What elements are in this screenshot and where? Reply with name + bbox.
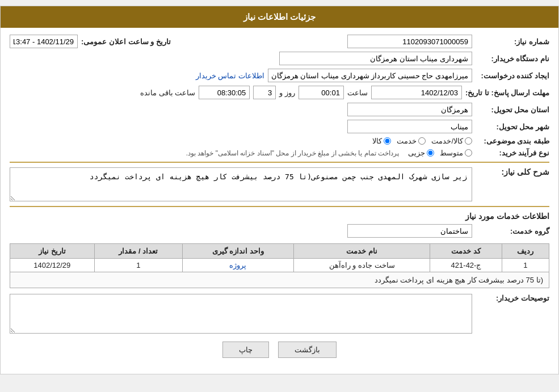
city-label: شهر محل تحویل: bbox=[476, 123, 549, 131]
divider-1 bbox=[10, 162, 549, 163]
deadline-label: مهلت ارسال پاسخ: تا تاریخ: bbox=[465, 88, 549, 97]
button-row: بازگشت چاپ bbox=[10, 342, 549, 367]
province-label: استان محل تحویل: bbox=[476, 106, 549, 114]
need-desc-row: شرح کلی نیاز: زیر سازی شهرک المهدی جنب چ… bbox=[10, 167, 549, 201]
purchase-option-jozi[interactable]: جزیی bbox=[408, 149, 434, 157]
province-input bbox=[347, 103, 472, 116]
service-group-label: گروه خدمت: bbox=[476, 227, 549, 235]
print-button[interactable]: چاپ bbox=[222, 342, 269, 358]
category-radio-kala[interactable] bbox=[384, 137, 391, 145]
page-title: جزئیات اطلاعات نیاز bbox=[243, 12, 316, 22]
need-desc-label: شرح کلی نیاز: bbox=[476, 167, 549, 176]
deadline-date-input bbox=[371, 86, 462, 99]
col-service-name: نام خدمت bbox=[293, 244, 430, 259]
category-label: طبقه بندی موضوعی: bbox=[476, 137, 549, 145]
category-label-khedmat: خدمت bbox=[397, 137, 417, 145]
category-radio-khedmat[interactable] bbox=[418, 137, 426, 145]
table-header-row: ردیف کد خدمت نام خدمت واحد اندازه گیری ت… bbox=[10, 244, 549, 259]
need-desc-textarea[interactable]: زیر سازی شهرک المهدی جنب چمن مصنوعی(تا 7… bbox=[10, 167, 472, 201]
back-button[interactable]: بازگشت bbox=[278, 342, 337, 358]
buyer-desc-textarea[interactable] bbox=[10, 294, 472, 334]
deadline-row: مهلت ارسال پاسخ: تا تاریخ: ساعت روز و سا… bbox=[10, 86, 549, 99]
category-row: طبقه بندی موضوعی: کالا/خدمت خدمت کالا bbox=[10, 137, 549, 145]
requester-org-label: نام دستگاه خریدار: bbox=[476, 54, 549, 63]
buyer-desc-label: توصیحات خریدار: bbox=[476, 294, 549, 302]
announce-label: تاریخ و ساعت اعلان عمومی: bbox=[81, 37, 171, 46]
table-row: 1 ج-42-421 ساخت جاده و راه‌آهن پروژه 1 1… bbox=[10, 259, 549, 272]
col-service-code: کد خدمت bbox=[430, 244, 502, 259]
purchase-radio-jozi[interactable] bbox=[427, 149, 434, 157]
category-label-kala: کالا bbox=[372, 137, 382, 145]
announce-value-input bbox=[10, 35, 78, 48]
content-area: شماره نیاز: تاریخ و ساعت اعلان عمومی: نا… bbox=[1, 28, 558, 374]
service-group-row: گروه خدمت: bbox=[10, 224, 549, 238]
need-number-input[interactable] bbox=[347, 35, 472, 48]
purchase-option-motavasset[interactable]: متوسط bbox=[440, 149, 472, 157]
creator-input bbox=[268, 69, 472, 82]
days-input bbox=[253, 86, 276, 99]
purchase-type-label: نوع فرآیند خرید: bbox=[476, 149, 549, 157]
col-date: تاریخ نیاز bbox=[10, 244, 95, 259]
city-row: شهر محل تحویل: bbox=[10, 120, 549, 133]
purchase-radio-group: متوسط جزیی bbox=[408, 149, 472, 157]
divider-2 bbox=[10, 206, 549, 207]
cell-service-code: ج-42-421 bbox=[430, 259, 502, 272]
services-section-title: اطلاعات خدمات مورد نیاز bbox=[10, 212, 549, 221]
purchase-label-jozi: جزیی bbox=[408, 149, 425, 157]
contact-link[interactable]: اطلاعات تماس خریدار bbox=[196, 71, 264, 80]
buyer-desc-row: توصیحات خریدار: bbox=[10, 294, 549, 334]
category-radio-group: کالا/خدمت خدمت کالا bbox=[372, 137, 472, 145]
page-header: جزئیات اطلاعات نیاز bbox=[1, 6, 558, 28]
purchase-note: پرداخت تمام یا بخشی از مبلغ خریدار از مح… bbox=[186, 149, 399, 157]
need-number-row: شماره نیاز: تاریخ و ساعت اعلان عمومی: bbox=[10, 35, 549, 48]
category-radio-kala-khedmat[interactable] bbox=[465, 137, 472, 145]
services-table: ردیف کد خدمت نام خدمت واحد اندازه گیری ت… bbox=[10, 243, 549, 288]
creator-label: ایجاد کننده درخواست: bbox=[476, 71, 549, 80]
main-container: جزئیات اطلاعات نیاز شماره نیاز: تاریخ و … bbox=[0, 6, 559, 374]
need-number-label: شماره نیاز: bbox=[476, 37, 549, 46]
category-label-kala-khedmat: کالا/خدمت bbox=[431, 137, 463, 145]
cell-service-name: ساخت جاده و راه‌آهن bbox=[293, 259, 430, 272]
days-label: روز و bbox=[279, 88, 295, 97]
services-table-section: ردیف کد خدمت نام خدمت واحد اندازه گیری ت… bbox=[10, 243, 549, 288]
creator-row: ایجاد کننده درخواست: اطلاعات تماس خریدار bbox=[10, 69, 549, 82]
category-option-khedmat[interactable]: خدمت bbox=[397, 137, 426, 145]
cell-quantity: 1 bbox=[94, 259, 182, 272]
cell-row-num: 1 bbox=[502, 259, 549, 272]
province-row: استان محل تحویل: bbox=[10, 103, 549, 116]
purchase-radio-motavasset[interactable] bbox=[465, 149, 472, 157]
remaining-input bbox=[199, 86, 250, 99]
col-quantity: تعداد / مقدار bbox=[94, 244, 182, 259]
service-group-input bbox=[347, 224, 472, 238]
col-row-num: ردیف bbox=[502, 244, 549, 259]
category-option-kala[interactable]: کالا bbox=[372, 137, 391, 145]
cell-date: 1402/12/29 bbox=[10, 259, 95, 272]
table-sub-note: (تا 75 درصد بیشرفت کار هیچ هزینه ای پردا… bbox=[10, 272, 549, 288]
cell-unit[interactable]: پروژه bbox=[182, 259, 293, 272]
col-unit: واحد اندازه گیری bbox=[182, 244, 293, 259]
requester-org-input bbox=[279, 52, 472, 65]
time-input bbox=[299, 86, 344, 99]
requester-org-row: نام دستگاه خریدار: bbox=[10, 52, 549, 65]
time-label: ساعت bbox=[347, 88, 368, 97]
remaining-label: ساعت باقی مانده bbox=[140, 88, 195, 97]
category-option-kala-khedmat[interactable]: کالا/خدمت bbox=[431, 137, 472, 145]
city-input bbox=[347, 120, 472, 133]
table-sub-note-row: (تا 75 درصد بیشرفت کار هیچ هزینه ای پردا… bbox=[10, 272, 549, 288]
purchase-type-row: نوع فرآیند خرید: متوسط جزیی پرداخت تمام … bbox=[10, 149, 549, 157]
purchase-label-motavasset: متوسط bbox=[440, 149, 463, 157]
